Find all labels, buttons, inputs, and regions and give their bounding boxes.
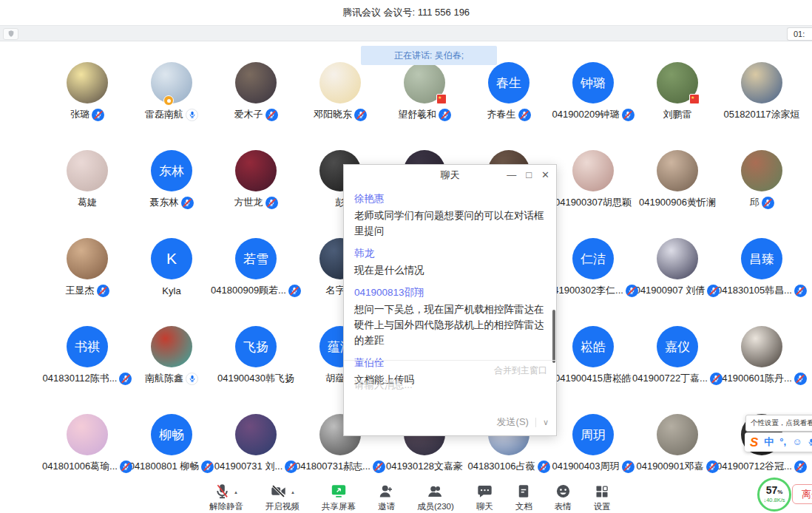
chat-minimize-button[interactable]: — xyxy=(507,169,516,180)
participant-avatar xyxy=(235,150,277,191)
participant-name-row: 041900601陈丹... xyxy=(717,372,807,385)
tencent-meeting-window: { "title_bar": { "app_title": "腾讯会议 会议号:… xyxy=(0,0,812,513)
participant-avatar: 周玥 xyxy=(572,414,614,455)
participant-tile[interactable]: 崧皓 041900415唐崧皓 xyxy=(551,326,635,414)
toolbar-options-arrow[interactable]: ▲ xyxy=(291,490,295,495)
security-shield-button[interactable] xyxy=(3,28,18,40)
participant-tile[interactable]: 刘鹏雷 xyxy=(635,62,720,150)
mic-status-icon xyxy=(201,461,214,473)
mic-status-icon xyxy=(710,373,723,385)
chat-window-header[interactable]: 聊天 —□✕ xyxy=(344,165,556,185)
participant-avatar xyxy=(657,414,698,455)
participant-avatar: 东林 xyxy=(151,150,192,191)
chat-message: 徐艳惠 老师或同学们有问题想要问的可以在对话框里提问 xyxy=(354,192,546,239)
participant-tile[interactable]: 041900307胡思颖 xyxy=(551,150,635,238)
participant-name-row: 刘鹏雷 xyxy=(663,108,692,121)
participant-name: 041900907 刘倩 xyxy=(635,284,706,297)
mic-status-icon xyxy=(92,109,104,121)
chat-maximize-button[interactable]: □ xyxy=(526,169,532,180)
participant-tile[interactable]: 望舒羲和 xyxy=(382,62,467,150)
participant-tile[interactable]: 南航陈鑫 xyxy=(129,326,214,414)
participant-tile[interactable]: 书祺 041830112陈书... xyxy=(45,326,129,414)
participant-tile[interactable]: 041900907 刘倩 xyxy=(635,238,720,326)
chat-scrollbar-thumb[interactable] xyxy=(552,310,555,363)
sogou-logo-icon[interactable]: S xyxy=(750,436,758,449)
participant-tile[interactable]: 昌臻 041830105韩昌... xyxy=(720,238,804,326)
toolbar-options-arrow[interactable]: ▲ xyxy=(234,490,238,495)
toolbar-chat-bubble-button[interactable]: 聊天 xyxy=(472,482,498,513)
toolbar-invite-button[interactable]: 邀请 xyxy=(373,482,399,513)
participant-tile[interactable]: 051820117涂家烜 xyxy=(720,62,804,150)
mic-status-icon xyxy=(706,461,719,473)
participant-name-row: 041900712谷冠... xyxy=(717,460,807,473)
punctuation-icon[interactable]: °, xyxy=(779,437,786,447)
mic-status-icon xyxy=(119,373,132,385)
participant-avatar: 若雪 xyxy=(235,238,277,279)
ime-tooltip: 个性设置，点我看看 xyxy=(745,415,812,432)
participant-tile[interactable]: 041900906黄忻澜 xyxy=(635,150,720,238)
toolbar-camera-off-button[interactable]: ▲ 开启视频 xyxy=(261,482,304,513)
participant-tile[interactable]: 嘉仪 041900722丁嘉... xyxy=(635,326,720,414)
ime-mic-icon[interactable] xyxy=(808,435,812,449)
chat-message: 韩龙 现在是什么情况 xyxy=(354,247,546,279)
send-button[interactable]: 发送(S) xyxy=(497,415,535,429)
mic-status-icon xyxy=(794,461,807,473)
chat-message-input[interactable] xyxy=(353,377,547,410)
participant-tile[interactable]: 钟璐 041900209钟璐 xyxy=(551,62,635,150)
mic-status-icon xyxy=(120,461,132,473)
toolbar-document-button[interactable]: 文档 xyxy=(511,482,537,513)
chat-message-sender: 041900813邵翔 xyxy=(354,286,546,299)
network-percent: 57% xyxy=(766,486,783,497)
toolbar-settings-button[interactable]: 设置 xyxy=(589,482,615,513)
participant-avatar xyxy=(657,238,698,279)
mic-off-icon xyxy=(214,483,230,501)
participant-tile[interactable]: 东林 聂东林 xyxy=(129,150,214,238)
participant-name: 南航陈鑫 xyxy=(145,372,183,385)
participant-name-row: 041900415唐崧皓 xyxy=(555,372,632,385)
toolbar-share-screen-button[interactable]: 共享屏幕 xyxy=(317,482,360,513)
participant-tile[interactable]: 张璐 xyxy=(45,62,129,150)
members-icon xyxy=(427,483,444,501)
participant-tile[interactable]: 方世龙 xyxy=(214,150,298,238)
participant-tile[interactable]: 王显杰 xyxy=(45,238,129,326)
participant-avatar: 崧皓 xyxy=(572,326,614,367)
chinese-mode-icon[interactable]: 中 xyxy=(764,437,774,447)
toolbar-item-label: 开启视频 xyxy=(265,501,300,512)
chat-message-sender: 韩龙 xyxy=(354,247,546,260)
mic-status-icon xyxy=(186,109,198,121)
toolbar-emoji-button[interactable]: 表情 xyxy=(550,482,576,513)
participant-tile[interactable]: 邓阳晓东 xyxy=(298,62,382,150)
participant-name-row: 齐春生 xyxy=(487,108,531,121)
send-options-chevron-icon[interactable]: ∨ xyxy=(535,418,549,427)
participant-name-row: 雷磊南航 xyxy=(145,108,198,121)
toolbar-item-label: 设置 xyxy=(594,501,611,512)
avatar-badge-icon xyxy=(436,94,447,104)
mic-status-icon xyxy=(265,197,278,209)
participant-tile[interactable]: K Kyla xyxy=(129,238,214,326)
participant-tile[interactable]: 仁洁 041900302李仁... xyxy=(551,238,635,326)
participant-tile[interactable]: 若雪 041800909顾若... xyxy=(214,238,298,326)
emoji-face-icon[interactable]: ☺ xyxy=(792,437,802,447)
merge-to-main-window-link[interactable]: 合并到主窗口 xyxy=(494,364,547,377)
network-status-indicator[interactable]: 57% ↓40.8K/s xyxy=(757,478,791,512)
participant-tile[interactable]: 飞扬 041900430韩飞扬 xyxy=(214,326,298,414)
chat-message-sender: 徐艳惠 xyxy=(354,192,546,205)
participant-name: 望舒羲和 xyxy=(398,108,436,121)
toolbar-mic-off-button[interactable]: ▲ 解除静音 xyxy=(205,482,248,513)
participant-name-row: 041800909顾若... xyxy=(211,284,301,297)
participant-name-row: 041900907 刘倩 xyxy=(635,284,720,297)
leave-meeting-button[interactable]: 离开会议 xyxy=(792,484,812,504)
participant-tile[interactable]: 雷磊南航 xyxy=(129,62,214,150)
participant-tile[interactable]: 041900601陈丹... xyxy=(720,326,804,414)
participant-tile[interactable]: 邱 xyxy=(720,150,804,238)
participant-avatar: 柳畅 xyxy=(151,414,192,455)
participant-tile[interactable]: 葛婕 xyxy=(45,150,129,238)
meeting-info-bar: 01: xyxy=(0,25,812,41)
participant-name: 张璐 xyxy=(70,108,89,121)
toolbar-members-button[interactable]: 成员(230) xyxy=(413,482,459,513)
chat-close-button[interactable]: ✕ xyxy=(541,169,549,180)
participant-tile[interactable]: 爱木子 xyxy=(214,62,298,150)
meeting-timer: 01: xyxy=(787,27,812,41)
toolbar-item-label: 表情 xyxy=(555,501,572,512)
participant-tile[interactable]: 春生 齐春生 xyxy=(467,62,551,150)
